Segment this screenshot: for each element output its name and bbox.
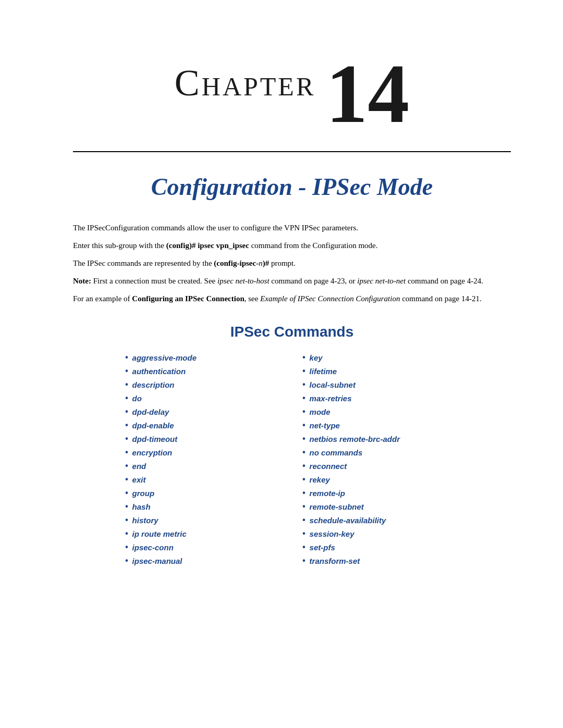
chapter-number: 14 [326,52,409,135]
intro-para5-prefix: For an example of [73,294,132,303]
list-item: dpd-enable [125,418,282,432]
note-label: Note: [73,277,91,285]
intro-para5: For an example of Configuring an IPSec C… [73,292,511,305]
list-item: mode [302,405,459,418]
list-item: ipsec-manual [125,554,282,567]
chapter-header: Chapter 14 [73,31,511,135]
commands-col1: aggressive-modeauthenticationdescription… [115,351,292,567]
list-item: encryption [125,446,282,459]
list-item: netbios remote-brc-addr [302,432,459,446]
note-text3: command on page 4-24. [406,277,483,285]
commands-grid: aggressive-modeauthenticationdescription… [73,351,511,567]
list-item: aggressive-mode [125,351,282,364]
list-item: hash [125,500,282,513]
intro-para2-bold: (config)# ipsec vpn_ipsec [166,241,249,250]
intro-section: The IPSecConfiguration commands allow th… [73,221,511,305]
intro-para5-bold: Configuring an IPSec Connection [132,294,244,303]
page-title-container: Configuration - IPSec Mode [73,173,511,201]
intro-para2-prefix: Enter this sub-group with the [73,241,166,250]
list-item: session-key [302,527,459,540]
intro-para2: Enter this sub-group with the (config)# … [73,239,511,252]
list-item: history [125,513,282,527]
list-item: schedule-availability [302,513,459,527]
intro-para5-italic: Example of IPSec Connection Configuratio… [260,294,400,303]
list-item: exit [125,473,282,486]
intro-para3-italic: n [259,259,263,267]
list-item: remote-subnet [302,500,459,513]
intro-para3-prefix: The IPSec commands are represented by th… [73,259,214,267]
list-item: ipsec-conn [125,540,282,554]
header-divider [73,151,511,152]
note-italic1: ipsec net-to-host [217,277,270,285]
intro-para3-bold2: )# [263,259,270,267]
note-text1: First a connection must be created. See [91,277,217,285]
list-item: max-retries [302,391,459,405]
commands-list1: aggressive-modeauthenticationdescription… [125,351,282,567]
page-title: Configuration - IPSec Mode [73,173,511,201]
chapter-word: Chapter [175,61,315,105]
list-item: end [125,459,282,473]
intro-para5-suffix2: command on page 14-21. [400,294,481,303]
list-item: net-type [302,418,459,432]
list-item: remote-ip [302,486,459,500]
list-item: description [125,378,282,391]
list-item: set-pfs [302,540,459,554]
intro-para1: The IPSecConfiguration commands allow th… [73,221,511,234]
intro-para5-suffix: , see [244,294,260,303]
intro-para3-suffix: prompt. [269,259,296,267]
note-text2: command on page 4-23, or [270,277,358,285]
list-item: local-subnet [302,378,459,391]
commands-col2: keylifetimelocal-subnetmax-retriesmodene… [292,351,469,567]
commands-section-title: IPSec Commands [73,324,511,340]
list-item: dpd-timeout [125,432,282,446]
list-item: group [125,486,282,500]
intro-para2-suffix: command from the Configuration mode. [249,241,378,250]
list-item: reconnect [302,459,459,473]
commands-section: IPSec Commands aggressive-modeauthentica… [73,324,511,567]
note-para: Note: First a connection must be created… [73,275,511,287]
list-item: no commands [302,446,459,459]
commands-list2: keylifetimelocal-subnetmax-retriesmodene… [302,351,459,567]
list-item: key [302,351,459,364]
list-item: authentication [125,364,282,378]
list-item: ip route metric [125,527,282,540]
list-item: rekey [302,473,459,486]
list-item: do [125,391,282,405]
intro-para3: The IPSec commands are represented by th… [73,257,511,269]
note-italic2: ipsec net-to-net [357,277,406,285]
list-item: lifetime [302,364,459,378]
list-item: dpd-delay [125,405,282,418]
intro-para3-bold: (config-ipsec- [214,259,259,267]
list-item: transform-set [302,554,459,567]
